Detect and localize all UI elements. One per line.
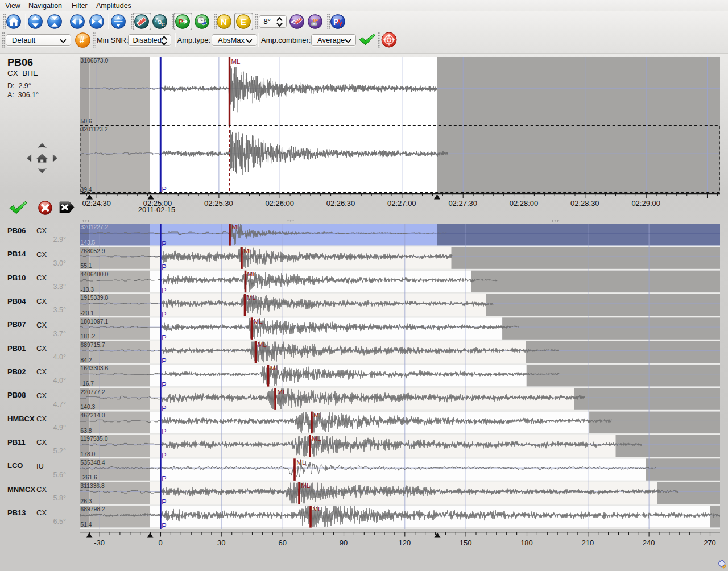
svg-text:#: # [79,35,84,45]
svg-text:N: N [221,16,227,26]
svg-text:C: C [162,22,165,27]
svg-text:P: P [179,18,183,25]
svg-text:E: E [241,16,246,26]
